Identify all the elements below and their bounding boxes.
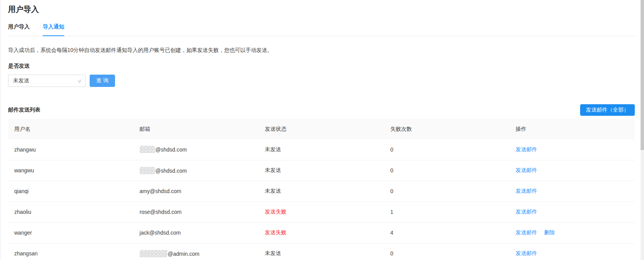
tab-import-notification[interactable]: 导入通知 [43, 23, 64, 36]
scrollbar-track[interactable] [641, 0, 644, 260]
username-cell: zhaoliu [8, 202, 133, 222]
username-cell: zhangsan [8, 243, 133, 260]
actions-cell: 发送邮件 [509, 139, 635, 160]
status-text: 未发送 [265, 188, 281, 194]
actions-cell: 发送邮件 [509, 160, 635, 181]
email-cell: @shdsd.com [133, 160, 259, 181]
censored-email-blur [140, 167, 155, 174]
actions-cell: 发送邮件 [509, 243, 635, 260]
email-cell: @shdsd.com [133, 139, 259, 160]
send-status-cell: 发送失败 [259, 222, 384, 243]
email-cell: rose@shdsd.com [133, 202, 259, 222]
actions-cell: 发送邮件 [509, 181, 635, 202]
table-header-row: 用户名 邮箱 发送状态 失败次数 操作 [8, 119, 635, 139]
fail-count-cell: 0 [384, 243, 509, 260]
email-cell: jack@shdsd.com [133, 222, 259, 243]
send-status-cell: 未发送 [259, 160, 384, 181]
censored-email-blur [140, 250, 167, 257]
list-header: 邮件发送列表 发送邮件（全部） [8, 104, 635, 116]
actions-cell: 发送邮件 [509, 202, 635, 222]
col-header-email: 邮箱 [133, 119, 259, 139]
send-email-link[interactable]: 发送邮件 [516, 167, 537, 173]
list-title: 邮件发送列表 [8, 107, 40, 113]
email-cell: @admin.com [133, 243, 259, 260]
email-send-table: 用户名 邮箱 发送状态 失败次数 操作 zhangwu@shdsd.com未发送… [8, 119, 635, 260]
table-row: qianqiamy@shdsd.com未发送0发送邮件 [8, 181, 635, 202]
send-status-cell: 未发送 [259, 139, 384, 160]
scrollbar-thumb[interactable] [641, 0, 644, 150]
status-text: 未发送 [265, 250, 281, 256]
username-cell: wangwu [8, 160, 133, 181]
page: 用户导入 用户导入 导入通知 导入成功后，系统会每隔10分钟自动发送邮件通知导入… [0, 5, 644, 260]
delete-link[interactable]: 删除 [544, 229, 555, 235]
fail-count-cell: 0 [384, 181, 509, 202]
status-text: 发送失败 [265, 208, 287, 215]
page-title: 用户导入 [8, 5, 635, 14]
username-cell: qianqi [8, 181, 133, 202]
status-text: 未发送 [265, 167, 281, 173]
username-cell: wanger [8, 222, 133, 243]
tab-user-import[interactable]: 用户导入 [8, 23, 30, 36]
filter-label: 是否发送 [8, 63, 635, 70]
chevron-down-icon: ∨ [77, 78, 82, 84]
send-status-cell: 发送失败 [259, 202, 384, 222]
send-all-button[interactable]: 发送邮件（全部） [580, 104, 635, 116]
filter-row: 未发送 ∨ 查 询 [8, 75, 635, 87]
table-row: wangerjack@shdsd.com发送失败4发送邮件删除 [8, 222, 635, 243]
fail-count-cell: 0 [384, 139, 509, 160]
status-text: 发送失败 [265, 229, 287, 235]
description-text: 导入成功后，系统会每隔10分钟自动发送邮件通知导入的用户账号已创建，如果发送失败… [8, 47, 635, 54]
status-text: 未发送 [265, 146, 281, 152]
col-header-username: 用户名 [8, 119, 133, 139]
send-status-select[interactable]: 未发送 ∨ [8, 75, 86, 87]
send-email-link[interactable]: 发送邮件 [516, 229, 537, 235]
col-header-fail-count: 失败次数 [384, 119, 509, 139]
fail-count-cell: 4 [384, 222, 509, 243]
tab-bar: 用户导入 导入通知 [8, 23, 635, 36]
select-value: 未发送 [13, 77, 29, 84]
email-cell: amy@shdsd.com [133, 181, 259, 202]
col-header-status: 发送状态 [259, 119, 384, 139]
fail-count-cell: 0 [384, 160, 509, 181]
send-email-link[interactable]: 发送邮件 [516, 146, 537, 152]
query-button[interactable]: 查 询 [90, 75, 115, 87]
table-row: wangwu@shdsd.com未发送0发送邮件 [8, 160, 635, 181]
fail-count-cell: 1 [384, 202, 509, 222]
username-cell: zhangwu [8, 139, 133, 160]
censored-email-blur [140, 146, 155, 153]
table-row: zhangsan@admin.com未发送0发送邮件 [8, 243, 635, 260]
send-email-link[interactable]: 发送邮件 [516, 188, 537, 194]
actions-cell: 发送邮件删除 [509, 222, 635, 243]
send-email-link[interactable]: 发送邮件 [516, 208, 537, 215]
send-email-link[interactable]: 发送邮件 [516, 250, 537, 256]
table-row: zhangwu@shdsd.com未发送0发送邮件 [8, 139, 635, 160]
send-status-cell: 未发送 [259, 243, 384, 260]
table-row: zhaoliurose@shdsd.com发送失败1发送邮件 [8, 202, 635, 222]
send-status-cell: 未发送 [259, 181, 384, 202]
col-header-actions: 操作 [509, 119, 635, 139]
